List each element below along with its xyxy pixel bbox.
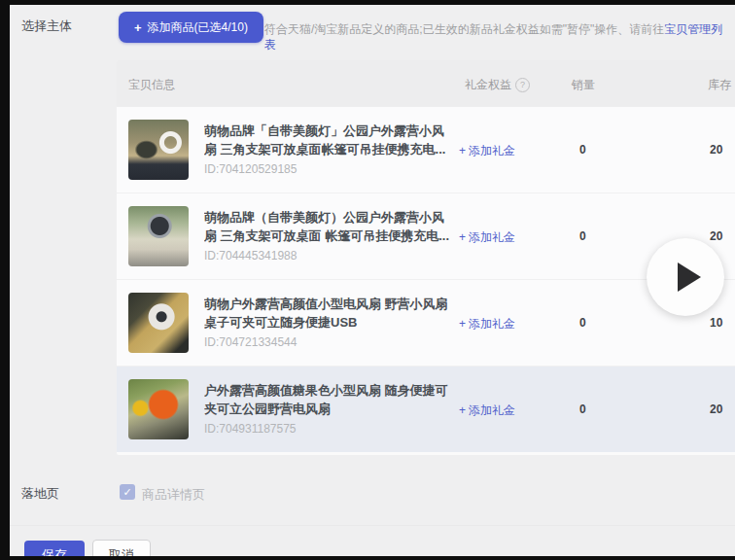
product-thumbnail: [128, 293, 189, 353]
stock-value: 20: [710, 143, 722, 157]
product-title: 萌物品牌（自带美颜灯）公园户外露营小风扇 三角支架可放桌面 帐篷可吊挂便携充电.…: [204, 208, 455, 245]
gift-header-label: 礼金权益: [465, 77, 511, 93]
table-row: 萌物品牌「自带美颜灯」公园户外露营小风扇 三角支架可放桌面帐篷可吊挂便携充电..…: [117, 107, 735, 192]
column-header-stock: 库存: [708, 77, 731, 93]
table-row: 萌物户外露营高颜值小型电风扇 野营小风扇桌子可夹可立随身便捷USB ID:704…: [117, 279, 735, 366]
stock-value: 20: [710, 229, 722, 243]
column-header-gift-benefit: 礼金权益 ?: [465, 77, 530, 93]
sales-value: 0: [579, 229, 586, 243]
product-thumbnail: [128, 206, 189, 266]
add-gift-label: 添加礼金: [469, 230, 515, 244]
stock-value: 20: [710, 402, 722, 416]
product-title: 萌物品牌「自带美颜灯」公园户外露营小风扇 三角支架可放桌面帐篷可吊挂便携充电..…: [204, 122, 455, 158]
product-id: ID:704721334544: [204, 335, 297, 349]
add-gift-link[interactable]: +添加礼金: [459, 143, 515, 159]
stock-value: 10: [710, 316, 722, 330]
plus-icon: +: [459, 230, 466, 244]
landing-checkbox-label: 商品详情页: [142, 486, 205, 504]
add-gift-label: 添加礼金: [469, 144, 515, 158]
add-product-button[interactable]: + 添加商品(已选4/10): [119, 12, 263, 43]
product-title: 户外露营高颜值糖果色小型风扇 随身便捷可夹可立公园野营电风扇: [204, 381, 455, 418]
sales-value: 0: [579, 316, 586, 330]
plus-icon: +: [459, 403, 466, 417]
product-title: 萌物户外露营高颜值小型电风扇 野营小风扇桌子可夹可立随身便捷USB: [204, 295, 455, 332]
letterbox-left: [0, 0, 10, 560]
plus-icon: +: [459, 144, 466, 158]
sales-value: 0: [579, 402, 586, 416]
add-gift-link[interactable]: +添加礼金: [459, 229, 515, 246]
plus-icon: +: [459, 317, 466, 331]
hint-text: 符合天猫/淘宝新品定义的商品;已生效的新品礼金权益如需"暂停"操作、请前往: [264, 22, 664, 36]
select-subject-label: 选择主体: [21, 18, 72, 35]
info-icon[interactable]: ?: [515, 78, 530, 92]
add-gift-label: 添加礼金: [469, 317, 515, 331]
play-icon: [678, 262, 701, 292]
product-id: ID:704931187575: [204, 422, 297, 436]
table-header: 宝贝信息 礼金权益 ? 销量 库存: [117, 60, 735, 107]
table-row: 户外露营高颜值糖果色小型风扇 随身便捷可夹可立公园野营电风扇 ID:704931…: [117, 366, 735, 452]
add-gift-link[interactable]: +添加礼金: [459, 316, 515, 332]
play-button[interactable]: [647, 238, 724, 316]
letterbox-top: [0, 0, 735, 5]
landing-page-label: 落地页: [21, 485, 59, 503]
product-id: ID:704120529185: [204, 162, 297, 176]
sales-value: 0: [579, 143, 586, 157]
landing-checkbox[interactable]: ✓: [120, 484, 135, 500]
add-product-button-label: 添加商品(已选4/10): [148, 19, 248, 36]
product-table: 宝贝信息 礼金权益 ? 销量 库存 萌物品牌「自带美颜灯」公园户外露营小风扇 三…: [117, 60, 735, 455]
column-header-product-info: 宝贝信息: [128, 77, 175, 93]
add-gift-label: 添加礼金: [469, 403, 515, 417]
product-thumbnail: [128, 379, 189, 439]
plus-icon: +: [134, 21, 142, 34]
product-id: ID:704445341988: [204, 249, 297, 262]
product-thumbnail: [128, 120, 189, 180]
letterbox-bottom: [0, 556, 735, 560]
column-header-sales: 销量: [572, 77, 595, 93]
add-gift-link[interactable]: +添加礼金: [459, 402, 515, 419]
footer-divider: [10, 525, 735, 526]
table-row: 萌物品牌（自带美颜灯）公园户外露营小风扇 三角支架可放桌面 帐篷可吊挂便携充电.…: [117, 192, 735, 279]
new-product-hint: 符合天猫/淘宝新品定义的商品;已生效的新品礼金权益如需"暂停"操作、请前往宝贝管…: [264, 21, 731, 52]
